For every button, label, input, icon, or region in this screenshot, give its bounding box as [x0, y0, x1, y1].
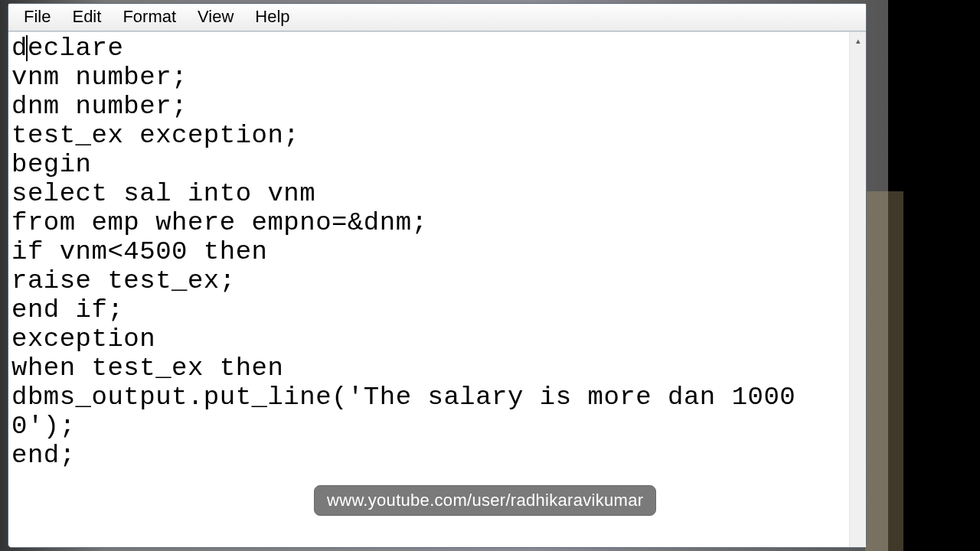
text-caret — [26, 35, 28, 61]
vertical-scrollbar[interactable]: ▴ — [849, 32, 866, 547]
notepad-window: File Edit Format View Help declare vnm n… — [8, 3, 867, 548]
menu-view[interactable]: View — [187, 4, 244, 30]
scroll-up-button[interactable]: ▴ — [850, 32, 866, 49]
menu-format[interactable]: Format — [112, 4, 187, 30]
menu-edit[interactable]: Edit — [61, 4, 112, 30]
menu-help[interactable]: Help — [244, 4, 300, 30]
text-editor[interactable]: declare vnm number; dnm number; test_ex … — [8, 32, 849, 547]
menu-file[interactable]: File — [13, 4, 61, 30]
menubar: File Edit Format View Help — [8, 4, 866, 31]
watermark-overlay: www.youtube.com/user/radhikaravikumar — [314, 485, 656, 516]
desktop-backdrop-right — [865, 191, 903, 551]
chevron-up-icon: ▴ — [856, 36, 861, 46]
watermark-text: www.youtube.com/user/radhikaravikumar — [327, 491, 643, 510]
editor-area: declare vnm number; dnm number; test_ex … — [8, 31, 866, 547]
